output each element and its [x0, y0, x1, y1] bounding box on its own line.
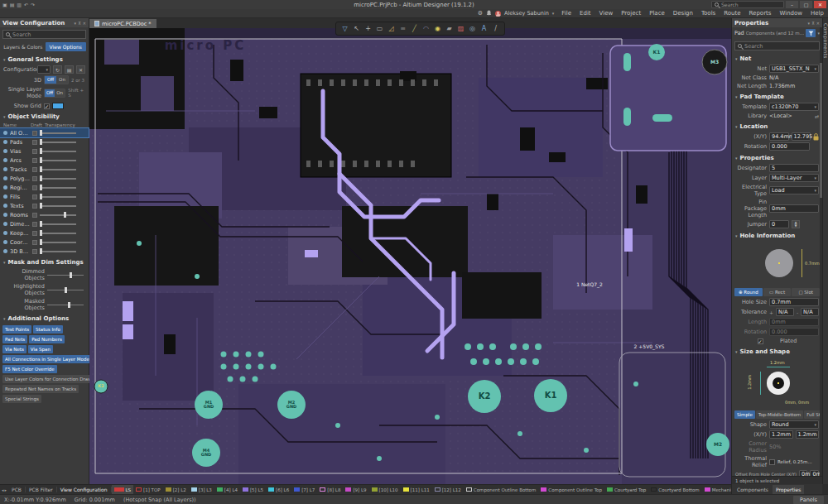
- section-object-visibility[interactable]: Object Visibility: [0, 110, 89, 122]
- location-y-input[interactable]: 12.795: [792, 132, 811, 141]
- layer-tab-mechanical-21[interactable]: Mechanical 21: [702, 485, 731, 495]
- draft-checkbox[interactable]: [32, 185, 37, 190]
- object-visibility-row[interactable]: Texts: [0, 201, 89, 210]
- menu-reports[interactable]: Reports: [745, 10, 776, 17]
- settings-gear-icon[interactable]: ⚙: [478, 10, 483, 17]
- layer-tab--12-l12[interactable]: [12] L12: [432, 485, 464, 495]
- arc-icon[interactable]: ◠: [421, 23, 431, 34]
- minimize-button[interactable]: –: [786, 1, 798, 8]
- grid-color-swatch[interactable]: [52, 103, 64, 109]
- object-visibility-row[interactable]: Regions: [0, 183, 89, 192]
- layer-tab--9-l9[interactable]: [9] L9: [343, 485, 368, 495]
- draw-line-icon[interactable]: /: [490, 23, 501, 34]
- select-rect-icon[interactable]: ▭: [374, 23, 385, 34]
- slider-thumb[interactable]: [40, 130, 42, 136]
- transparency-slider[interactable]: [40, 175, 76, 181]
- offset-y-input[interactable]: 0mm: [810, 470, 819, 476]
- slider-thumb[interactable]: [40, 175, 42, 181]
- size-tab-simple[interactable]: Simple: [734, 410, 755, 419]
- offset-x-input[interactable]: 0mm: [799, 470, 808, 476]
- object-visibility-row[interactable]: Keepouts: [0, 228, 89, 238]
- undo-icon[interactable]: ↶: [24, 2, 28, 7]
- via-span-button[interactable]: Via Span: [28, 345, 53, 353]
- test-points-button[interactable]: Test Points: [2, 325, 31, 334]
- dimmed-objects-slider[interactable]: [47, 272, 84, 278]
- panel-close-icon[interactable]: ✕: [816, 21, 820, 26]
- transparency-slider[interactable]: [40, 230, 76, 236]
- highlight-icon[interactable]: ◉: [432, 23, 443, 34]
- panel-pin-icon[interactable]: ⊼: [811, 21, 815, 26]
- section-size-and-shape[interactable]: Size and Shape: [732, 345, 822, 357]
- hole-shape-round-button[interactable]: ⊕ Round: [734, 288, 763, 296]
- layers-icon[interactable]: ≡: [397, 23, 408, 34]
- move-icon[interactable]: +: [363, 23, 373, 34]
- toggle-off[interactable]: Off: [45, 89, 55, 97]
- slider-thumb[interactable]: [40, 148, 42, 154]
- slider-thumb[interactable]: [70, 272, 72, 278]
- section-location[interactable]: Location: [732, 120, 822, 132]
- electrical-type-dropdown[interactable]: Load: [769, 186, 819, 194]
- slider-thumb[interactable]: [40, 203, 42, 209]
- keepout-icon[interactable]: ▨: [455, 23, 466, 34]
- panel-pin-icon[interactable]: ⊼: [78, 21, 81, 26]
- show-grid-checkbox[interactable]: [44, 103, 50, 109]
- panel-close-icon[interactable]: ✕: [83, 21, 86, 26]
- layer-tab--5-l5[interactable]: [5] L5: [240, 485, 266, 495]
- layer-tab--11-l11[interactable]: [11] L11: [401, 485, 432, 495]
- hole-shape-rect-button[interactable]: ▭ Rect: [763, 288, 792, 296]
- f5-net-color-override-button[interactable]: F5 Net Color Override: [2, 365, 57, 373]
- draft-checkbox[interactable]: [32, 249, 37, 254]
- footer-tab-components[interactable]: Components: [734, 485, 772, 494]
- status-info-button[interactable]: Status Info: [33, 325, 63, 334]
- size-y-input[interactable]: 1.2mm: [796, 430, 820, 439]
- draft-checkbox[interactable]: [32, 194, 37, 199]
- size-x-input[interactable]: 1.2mm: [769, 430, 793, 439]
- hole-size-input[interactable]: 0.7mm: [769, 298, 819, 306]
- object-visibility-row[interactable]: All Objects: [0, 128, 89, 137]
- object-visibility-row[interactable]: Dimensions: [0, 219, 89, 228]
- transparency-slider[interactable]: [40, 239, 76, 245]
- menu-design[interactable]: Design: [669, 10, 697, 17]
- global-search-input[interactable]: Search: [711, 1, 784, 8]
- delete-config-icon[interactable]: ✕: [76, 65, 85, 74]
- slider-thumb[interactable]: [40, 221, 42, 227]
- masked-objects-slider[interactable]: [47, 302, 84, 308]
- highlighted-objects-slider[interactable]: [47, 287, 84, 293]
- layer-tab--2-l2[interactable]: [2] L2: [163, 485, 189, 495]
- panel-tab-view-configuration[interactable]: View Configuration: [57, 487, 112, 492]
- draft-checkbox[interactable]: [32, 167, 37, 172]
- toggle-on[interactable]: On: [56, 76, 68, 84]
- layer-tab--1-top[interactable]: [1] TOP: [133, 485, 163, 495]
- slider-thumb[interactable]: [64, 212, 66, 218]
- section-hole-information[interactable]: Hole Information: [732, 229, 822, 241]
- slider-thumb[interactable]: [40, 139, 42, 145]
- tab-view-options[interactable]: View Options: [46, 42, 87, 51]
- section-general-settings[interactable]: General Settings: [0, 53, 89, 65]
- panel-tab-pcb-filter[interactable]: PCB Filter: [26, 487, 57, 492]
- draft-checkbox[interactable]: [32, 140, 37, 145]
- layer-tab--3-l3[interactable]: [3] L3: [189, 485, 214, 495]
- slider-thumb[interactable]: [40, 185, 42, 190]
- section-net[interactable]: Net: [732, 52, 822, 64]
- transparency-slider[interactable]: [40, 203, 76, 209]
- jumper-stepper[interactable]: ▲▼: [792, 220, 800, 228]
- repeated-net-names-on-tracks-button[interactable]: Repeated Net Names on Tracks: [2, 385, 79, 393]
- line-icon[interactable]: ╱: [409, 23, 420, 34]
- filter-icon[interactable]: ▽: [339, 23, 350, 34]
- special-strings-button[interactable]: Special Strings: [2, 395, 41, 403]
- polygon-icon[interactable]: ▰: [444, 23, 455, 34]
- object-visibility-row[interactable]: Polygons: [0, 174, 89, 183]
- shape-dropdown[interactable]: Round: [769, 420, 819, 429]
- size-tab-top-middle-bottom[interactable]: Top-Middle-Bottom: [756, 410, 803, 419]
- use-layer-colors-for-connection-drawing-button[interactable]: Use Layer Colors for Connection Drawing: [2, 375, 101, 383]
- layer-dropdown[interactable]: Multi-Layer: [769, 174, 819, 182]
- reload-config-icon[interactable]: ↻: [53, 65, 62, 74]
- section-mask-dim[interactable]: Mask and Dim Settings: [0, 256, 89, 267]
- layer-tab--7-l7[interactable]: [7] L7: [291, 485, 317, 495]
- section-additional-options[interactable]: Additional Options: [0, 312, 89, 324]
- notifications-bell-icon[interactable]: [486, 10, 492, 17]
- panel-dropdown-icon[interactable]: ▾: [808, 21, 811, 26]
- slider-thumb[interactable]: [40, 157, 42, 163]
- transparency-slider[interactable]: [40, 194, 76, 199]
- save-config-icon[interactable]: ▤: [65, 65, 74, 74]
